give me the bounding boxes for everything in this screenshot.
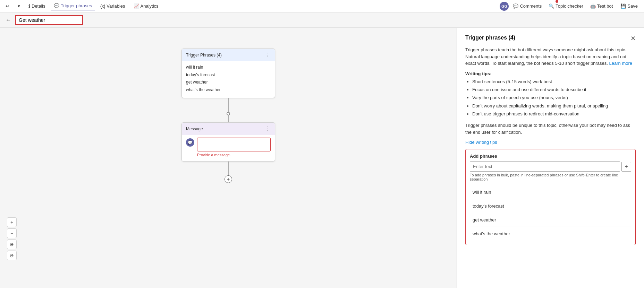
toolbar-left: ↩ ▾ ℹ Details 💬 Trigger phrases {x} Vari… xyxy=(3,2,498,10)
phrases-list: will it rain today's forecast get weathe… xyxy=(470,185,631,241)
list-item: Vary the parts of speech you use (nouns,… xyxy=(472,94,636,102)
details-label: Details xyxy=(32,3,45,9)
main-area: Trigger Phrases (4) will it rain today's… xyxy=(0,28,644,288)
connector-line-1 xyxy=(228,98,229,112)
phrase-item[interactable]: will it rain xyxy=(470,185,631,199)
add-phrases-section: Add phrases + To add phrases in bulk, pa… xyxy=(465,149,636,245)
phrase-text-input[interactable] xyxy=(470,162,620,172)
panel-title: Trigger phrases (4) xyxy=(465,35,515,41)
list-item: today's forecast xyxy=(186,71,271,79)
close-panel-button[interactable]: ✕ xyxy=(630,35,636,42)
dropdown-button[interactable]: ▾ xyxy=(15,2,23,10)
flow-container: Trigger Phrases (4) will it rain today's… xyxy=(176,49,280,183)
message-node: Message 💬 Provide a message. xyxy=(181,122,275,162)
add-phrases-title: Add phrases xyxy=(470,154,631,159)
hide-writing-tips-link[interactable]: Hide writing tips xyxy=(465,140,636,145)
message-menu[interactable] xyxy=(265,125,271,132)
details-button[interactable]: ℹ Details xyxy=(26,2,48,10)
learn-more-link[interactable]: Learn more xyxy=(609,61,632,66)
info-icon: ℹ xyxy=(28,3,30,9)
comments-button[interactable]: 💬 Comments xyxy=(510,2,544,10)
list-item: Focus on one issue and use different wor… xyxy=(472,86,636,94)
back-button[interactable]: ← xyxy=(4,16,12,25)
panel-header: Trigger phrases (4) ✕ xyxy=(465,35,636,42)
panel-description: Trigger phrases teach the bot different … xyxy=(465,46,636,67)
writing-tips-section: Writing tips: Short sentences (5-15 word… xyxy=(465,71,636,118)
list-item: Don't use trigger phrases to redirect mi… xyxy=(472,110,636,118)
analytics-button[interactable]: 📈 Analytics xyxy=(131,2,161,10)
test-bot-icon: 🤖 xyxy=(590,3,596,9)
bulk-hint: To add phrases in bulk, paste in line-se… xyxy=(470,173,631,181)
list-item: Short sentences (5-15 words) work best xyxy=(472,78,636,86)
save-label: Save xyxy=(627,3,638,9)
add-phrase-button[interactable]: + xyxy=(621,162,631,172)
zoom-out-icon: − xyxy=(10,230,13,236)
phrase-item[interactable]: get weather xyxy=(470,213,631,227)
connector-dot xyxy=(227,112,230,115)
trigger-phrases-body: will it rain today's forecast get weathe… xyxy=(182,61,275,98)
topic-checker-label: Topic checker xyxy=(556,3,583,9)
message-header: Message xyxy=(182,123,275,135)
zoom-in-button[interactable]: + xyxy=(7,217,17,227)
trigger-phrases-label: Trigger phrases xyxy=(61,3,92,8)
message-body: 💬 Provide a message. xyxy=(182,135,275,161)
writing-tips-title: Writing tips: xyxy=(465,71,636,76)
zoom-out-button[interactable]: − xyxy=(7,228,17,238)
test-bot-label: Test bot xyxy=(597,3,613,9)
avatar: GG xyxy=(500,2,509,11)
save-button[interactable]: 💾 Save xyxy=(617,2,641,10)
list-item: get weather xyxy=(186,79,271,86)
delete-icon: ⊖ xyxy=(10,253,14,258)
analytics-icon: 📈 xyxy=(134,3,139,9)
variables-label: Variables xyxy=(107,3,125,9)
comments-label: Comments xyxy=(520,3,542,9)
unique-note: Trigger phrases should be unique to this… xyxy=(465,122,636,136)
trigger-phrases-title: Trigger Phrases (4) xyxy=(186,53,222,58)
list-item: will it rain xyxy=(186,64,271,71)
toolbar-right: GG 💬 Comments 🔍 Topic checker 🤖 Test bot… xyxy=(500,2,641,11)
save-icon: 💾 xyxy=(620,3,626,9)
trigger-icon: 💬 xyxy=(54,3,59,8)
phrase-input-row: + xyxy=(470,162,631,172)
trigger-phrases-node: Trigger Phrases (4) will it rain today's… xyxy=(181,49,275,98)
trigger-phrases-button[interactable]: 💬 Trigger phrases xyxy=(51,2,95,10)
canvas: Trigger Phrases (4) will it rain today's… xyxy=(0,28,457,288)
undo-button[interactable]: ↩ xyxy=(3,2,12,10)
list-item: Don't worry about capitalizing words, ma… xyxy=(472,102,636,110)
notification-badge xyxy=(556,0,558,3)
dropdown-icon: ▾ xyxy=(18,3,20,9)
message-icon: 💬 xyxy=(186,138,194,147)
connector-line-2 xyxy=(228,115,229,122)
phrase-item[interactable]: what's the weather xyxy=(470,227,631,241)
variables-icon: {x} xyxy=(100,4,105,9)
test-bot-button[interactable]: 🤖 Test bot xyxy=(587,2,616,10)
topic-bar: ← xyxy=(0,12,644,28)
toolbar: ↩ ▾ ℹ Details 💬 Trigger phrases {x} Vari… xyxy=(0,0,644,12)
zoom-controls: + − ⊕ ⊖ xyxy=(7,217,17,260)
analytics-label: Analytics xyxy=(141,3,159,9)
zoom-in-icon: + xyxy=(10,219,13,225)
delete-button[interactable]: ⊖ xyxy=(7,251,17,260)
trigger-phrases-header: Trigger Phrases (4) xyxy=(182,49,275,61)
message-error: Provide a message. xyxy=(197,153,271,157)
topic-checker-button[interactable]: 🔍 Topic checker xyxy=(546,2,586,10)
undo-icon: ↩ xyxy=(6,3,9,9)
topic-name-input[interactable] xyxy=(15,15,83,25)
writing-tips-list: Short sentences (5-15 words) work best F… xyxy=(465,78,636,118)
trigger-phrases-menu[interactable] xyxy=(265,52,271,58)
list-item: what's the weather xyxy=(186,86,271,94)
message-text-input[interactable] xyxy=(197,138,271,151)
comments-icon: 💬 xyxy=(513,3,518,9)
connector-line-3 xyxy=(228,162,229,175)
location-button[interactable]: ⊕ xyxy=(7,239,17,249)
variables-button[interactable]: {x} Variables xyxy=(98,2,128,10)
location-icon: ⊕ xyxy=(10,242,14,247)
message-title: Message xyxy=(186,126,203,131)
topic-checker-icon: 🔍 xyxy=(549,3,554,9)
add-node-button[interactable]: + xyxy=(224,175,232,183)
trigger-phrases-list: will it rain today's forecast get weathe… xyxy=(186,64,271,94)
right-panel: Trigger phrases (4) ✕ Trigger phrases te… xyxy=(457,28,644,288)
phrase-item[interactable]: today's forecast xyxy=(470,199,631,213)
